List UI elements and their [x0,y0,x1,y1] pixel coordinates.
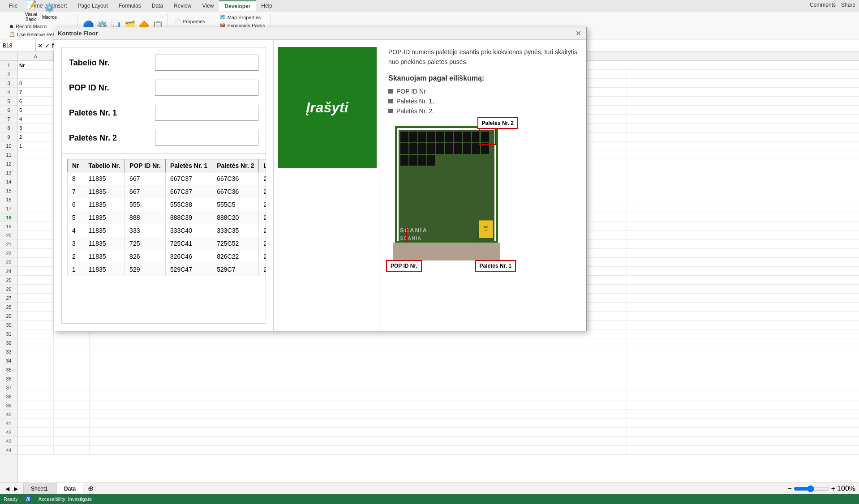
add-sheet-button[interactable]: ⊕ [84,484,97,493]
comments-button[interactable]: Comments [810,2,836,8]
cell-a16[interactable] [18,195,54,204]
cell-b42[interactable] [54,428,90,436]
cell-a3[interactable]: 8 [18,79,54,87]
map-properties-button[interactable]: 🗺️ Map Properties [218,13,267,21]
macros-button[interactable]: ⚙️ [42,1,57,14]
cell-b33[interactable] [54,347,90,356]
cell-a18[interactable] [18,213,54,222]
cell-a24[interactable] [18,267,54,275]
zoom-slider[interactable] [794,485,829,492]
cell-a14[interactable] [18,177,54,186]
name-box[interactable]: B18 [0,39,36,51]
cell-a11[interactable] [18,150,54,159]
cell-a10[interactable]: 1 [18,141,54,150]
cell-rest-34[interactable] [90,356,627,365]
cell-a20[interactable] [18,231,54,239]
tab-review[interactable]: Review [168,1,197,11]
paletes2-input[interactable] [155,130,258,146]
cell-a17[interactable] [18,204,54,213]
tab-data[interactable]: Data [146,1,168,11]
cell-a27[interactable] [18,294,54,302]
cell-a30[interactable] [18,320,54,329]
cell-rest-39[interactable] [90,401,627,410]
cell-a36[interactable] [18,374,54,383]
cell-a1[interactable]: Nr [18,61,54,69]
sheet-tab-data[interactable]: Data [56,483,83,495]
cell-a31[interactable] [18,329,54,338]
confirm-icon[interactable]: ✓ [45,42,50,49]
cell-b34[interactable] [54,356,90,365]
paletes1-input[interactable] [155,105,258,121]
share-button[interactable]: Share [841,2,855,8]
cell-rest-41[interactable] [90,419,627,427]
cell-a21[interactable] [18,240,54,248]
cancel-icon[interactable]: ✕ [38,42,43,49]
cell-a15[interactable] [18,186,54,195]
cell-rest-35[interactable] [90,365,627,374]
cell-rest-38[interactable] [90,392,627,401]
cell-a5[interactable]: 6 [18,97,54,105]
cell-a22[interactable] [18,249,54,257]
cell-b32[interactable] [54,338,90,347]
cell-a33[interactable] [18,347,54,356]
sheet-prev-button[interactable]: ◀ [4,486,11,492]
cell-a39[interactable] [18,401,54,410]
cell-a41[interactable] [18,419,54,427]
cell-rest-37[interactable] [90,383,627,392]
cell-a7[interactable]: 4 [18,115,54,123]
cell-b43[interactable] [54,437,90,445]
irastyti-button[interactable]: Įrašyti [278,47,377,168]
cell-b41[interactable] [54,419,90,427]
cell-b44[interactable] [54,446,90,454]
cell-a44[interactable] [18,446,54,454]
cell-rest-40[interactable] [90,410,627,419]
sheet-next-button[interactable]: ▶ [12,486,20,492]
cell-a38[interactable] [18,392,54,401]
cell-rest-36[interactable] [90,374,627,383]
cell-a13[interactable] [18,168,54,177]
cell-rest-44[interactable] [90,446,627,454]
cell-a26[interactable] [18,285,54,293]
cell-a6[interactable]: 5 [18,106,54,114]
pop-id-input[interactable] [155,80,258,96]
cell-b35[interactable] [54,365,90,374]
cell-a4[interactable]: 7 [18,88,54,96]
tab-formulas[interactable]: Formulas [113,1,146,11]
cell-a42[interactable] [18,428,54,436]
cell-a8[interactable]: 3 [18,124,54,132]
sheet-tab-sheet1[interactable]: Sheet1 [23,483,56,495]
visual-basic-button[interactable]: 📝 [24,0,39,11]
tabelio-input[interactable] [155,55,258,71]
cell-b38[interactable] [54,392,90,401]
cell-a40[interactable] [18,410,54,419]
cell-b39[interactable] [54,401,90,410]
cell-a19[interactable] [18,222,54,231]
tab-help[interactable]: Help [256,1,278,11]
cell-a28[interactable] [18,303,54,311]
zoom-in-button[interactable]: + [831,485,835,493]
cell-rest-43[interactable] [90,437,627,445]
tab-file[interactable]: File [4,1,23,11]
cell-a23[interactable] [18,258,54,266]
cell-b37[interactable] [54,383,90,392]
cell-a12[interactable] [18,159,54,168]
cell-a32[interactable] [18,338,54,347]
cell-rest-32[interactable] [90,338,627,347]
properties-button[interactable]: 📄 Properties [173,17,208,25]
dialog-close-button[interactable]: ✕ [574,29,583,38]
tab-developer[interactable]: Developer [219,0,256,11]
cell-b36[interactable] [54,374,90,383]
cell-a25[interactable] [18,276,54,284]
cell-rest-42[interactable] [90,428,627,436]
cell-rest-33[interactable] [90,347,627,356]
cell-a43[interactable] [18,437,54,445]
cell-a2[interactable] [18,70,54,78]
cell-a29[interactable] [18,312,54,320]
tab-page-layout[interactable]: Page Layout [72,1,113,11]
zoom-out-button[interactable]: − [787,485,791,493]
cell-a37[interactable] [18,383,54,392]
cell-a9[interactable]: 2 [18,132,54,141]
cell-a34[interactable] [18,356,54,365]
tab-view[interactable]: View [197,1,219,11]
cell-b40[interactable] [54,410,90,419]
